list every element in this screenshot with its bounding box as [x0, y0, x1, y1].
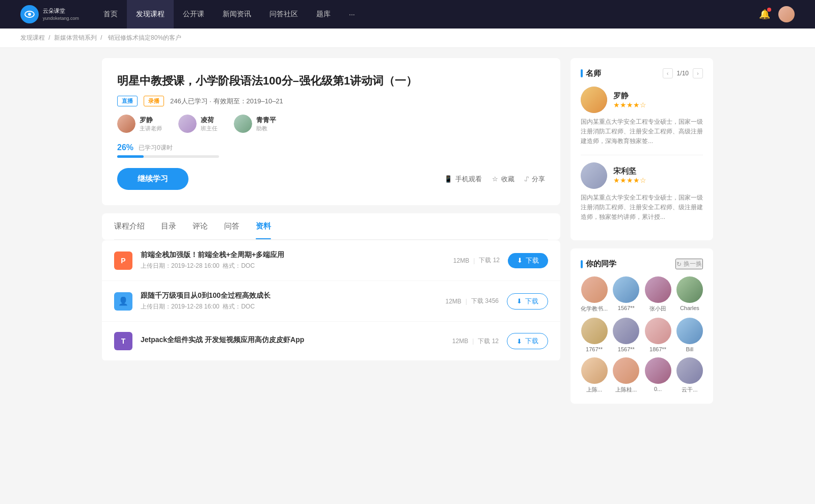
student-name-8: 上陈...: [586, 386, 602, 394]
file-downloads-2: 下载 12: [478, 337, 499, 346]
nav-more[interactable]: ···: [340, 0, 364, 29]
nav-qa[interactable]: 问答社区: [260, 0, 307, 29]
teacher-profile-0: 罗静 ★★★★☆ 国内某重点大学安全工程专业硕士，国家一级注册消防工程师、注册安…: [581, 87, 703, 147]
students-title-row: 你的同学 ↻ 换一换: [581, 259, 703, 269]
share-icon: ⑀: [525, 175, 529, 183]
students-title-bar: [581, 260, 583, 268]
nav-discover[interactable]: 发现课程: [127, 0, 174, 29]
nav-news[interactable]: 新闻资讯: [213, 0, 260, 29]
teachers: 罗静 主讲老师 凌荷 班主任 青青平 助教: [117, 115, 545, 133]
file-icon-2: T: [114, 332, 132, 350]
teacher-profile-top-0: 罗静 ★★★★☆: [581, 87, 703, 113]
file-downloads-0: 下载 12: [479, 256, 500, 265]
file-info-0: 前端全栈加强版！前端全栈+全周期+多端应用 上传日期：2019-12-28 16…: [141, 250, 445, 270]
student-name-4: 1767**: [586, 346, 603, 352]
teacher-prev-button[interactable]: ‹: [663, 68, 673, 78]
file-meta-1: 上传日期：2019-12-28 16:00 格式：DOC: [141, 302, 437, 311]
file-sep-2: |: [472, 338, 474, 345]
teacher-role-0: 主讲老师: [140, 125, 162, 132]
teacher-profile-info-0: 罗静 ★★★★☆: [613, 91, 646, 109]
file-icon-0: P: [114, 251, 132, 270]
student-item-6: 1867**: [644, 318, 671, 352]
tab-materials[interactable]: 资料: [256, 213, 271, 239]
user-avatar[interactable]: [778, 6, 795, 22]
teacher-profile-avatar-0: [581, 87, 607, 113]
progress-section: 26% 已学习0课时: [117, 143, 545, 158]
students-title-text: 你的同学: [586, 259, 616, 269]
teacher-page: 1/10: [677, 70, 689, 77]
download-button-1[interactable]: ⬇ 下载: [507, 293, 548, 310]
course-meta: 直播 录播 246人已学习 · 有效期至：2019–10–21: [117, 96, 545, 106]
nav-open[interactable]: 公开课: [174, 0, 213, 29]
download-icon-0: ⬇: [517, 257, 523, 264]
file-list: P 前端全栈加强版！前端全栈+全周期+多端应用 上传日期：2019-12-28 …: [102, 240, 560, 361]
badge-live: 直播: [117, 96, 138, 106]
teachers-title-bar: [581, 69, 583, 77]
logo[interactable]: 云朵课堂yundoketang.com: [20, 5, 79, 23]
action-row: 继续学习 📱 手机观看 ☆ 收藏 ⑀ 分享: [117, 168, 545, 190]
breadcrumb-sep1: /: [48, 34, 52, 41]
nav-exercises[interactable]: 题库: [307, 0, 340, 29]
continue-button[interactable]: 继续学习: [117, 168, 188, 190]
teachers-title-row: 名师 ‹ 1/10 ›: [581, 68, 703, 78]
teacher-avatar-1: [178, 115, 197, 133]
teacher-role-1: 班主任: [201, 125, 218, 132]
share-button[interactable]: ⑀ 分享: [525, 175, 545, 184]
student-item-7: Bill: [676, 318, 703, 352]
student-item-8: 上陈...: [581, 357, 608, 394]
main-layout: 明星中教授课，小学阶段语法100分–强化级第1讲动词（一） 直播 录播 246人…: [82, 48, 734, 422]
teacher-info-2: 青青平 助教: [256, 116, 276, 132]
student-name-2: 张小田: [649, 305, 666, 313]
bell-icon[interactable]: 🔔: [759, 9, 770, 20]
file-sep-1: |: [466, 298, 467, 305]
star-icon: ☆: [492, 175, 498, 183]
download-button-2[interactable]: ⬇ 下载: [507, 333, 548, 349]
course-title: 明星中教授课，小学阶段语法100分–强化级第1讲动词（一）: [117, 73, 545, 89]
notification-dot: [767, 8, 771, 12]
teacher-profile-avatar-1: [581, 162, 607, 189]
teacher-stars-0: ★★★★☆: [613, 101, 646, 109]
teacher-divider: [581, 155, 703, 155]
nav-items: 首页 发现课程 公开课 新闻资讯 问答社区 题库 ···: [94, 0, 759, 29]
student-item-11: 云干...: [676, 357, 703, 394]
refresh-button[interactable]: ↻ 换一换: [675, 259, 703, 269]
teachers-card: 名师 ‹ 1/10 ›: [570, 58, 713, 240]
tabs: 课程介绍 目录 评论 问答 资料: [114, 213, 548, 240]
logo-text: 云朵课堂yundoketang.com: [43, 7, 79, 22]
student-avatar-6: [645, 318, 671, 344]
student-name-11: 云干...: [682, 386, 697, 394]
svg-point-1: [28, 13, 31, 16]
file-stats-1: 12MB | 下载 3456: [445, 297, 499, 305]
breadcrumb-series[interactable]: 新媒体营销系列: [54, 34, 97, 41]
collect-button[interactable]: ☆ 收藏: [492, 175, 514, 184]
mobile-icon: 📱: [444, 175, 452, 183]
download-button-0[interactable]: ⬇ 下载: [508, 253, 548, 268]
tab-catalog[interactable]: 目录: [161, 213, 176, 239]
logo-icon: [20, 5, 39, 23]
mobile-watch-button[interactable]: 📱 手机观看: [444, 175, 482, 184]
teacher-profile-top-1: 宋利坚 ★★★★☆: [581, 162, 703, 189]
student-name-3: Charles: [680, 305, 699, 311]
left-content: 明星中教授课，小学阶段语法100分–强化级第1讲动词（一） 直播 录播 246人…: [102, 58, 560, 412]
nav-home[interactable]: 首页: [94, 0, 127, 29]
student-avatar-8: [581, 357, 608, 384]
teacher-item-1: 凌荷 班主任: [178, 115, 218, 133]
course-meta-text: 246人已学习 · 有效期至：2019–10–21: [170, 97, 283, 106]
breadcrumb-discover[interactable]: 发现课程: [20, 34, 45, 41]
teacher-next-button[interactable]: ›: [693, 68, 703, 78]
teacher-profile-name-1: 宋利坚: [613, 166, 646, 176]
student-avatar-1: [613, 276, 639, 303]
tab-review[interactable]: 评论: [193, 213, 208, 239]
download-icon-2: ⬇: [517, 338, 522, 345]
student-item-9: 上陈桂...: [613, 357, 639, 394]
file-item-1: 👤 跟随千万级项目从0到100全过程高效成长 上传日期：2019-12-28 1…: [102, 281, 560, 322]
tab-qa[interactable]: 问答: [224, 213, 239, 239]
teacher-avatar-2: [234, 115, 252, 133]
teacher-profile-desc-1: 国内某重点大学安全工程专业硕士，国家一级注册消防工程师、注册安全工程师、级注册建…: [581, 193, 703, 222]
student-avatar-3: [676, 276, 703, 303]
file-icon-1: 👤: [114, 292, 132, 311]
share-label: 分享: [532, 175, 545, 184]
student-avatar-4: [581, 318, 608, 344]
tab-intro[interactable]: 课程介绍: [114, 213, 145, 239]
student-avatar-7: [676, 318, 703, 344]
